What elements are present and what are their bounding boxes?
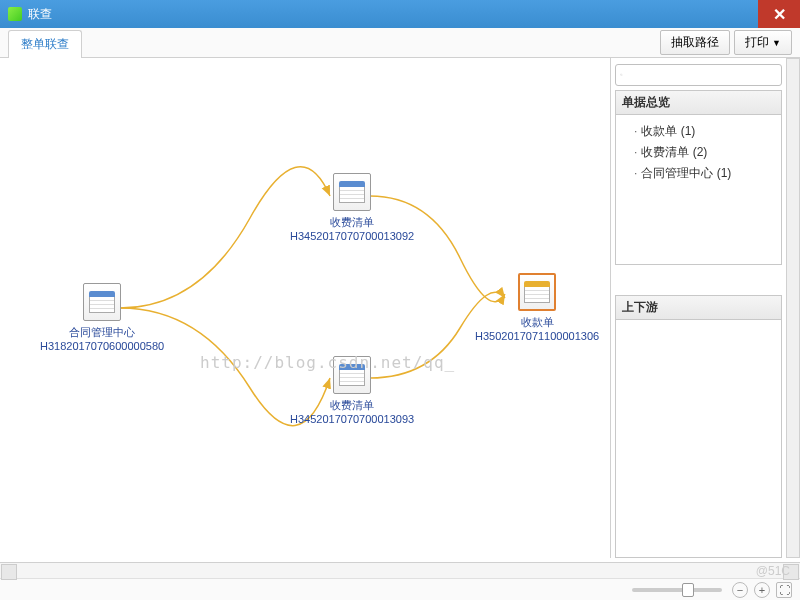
search-input[interactable] xyxy=(627,68,777,82)
document-icon xyxy=(333,173,371,211)
node-fee-list-1[interactable]: 收费清单 H3452017070700013092 xyxy=(290,173,414,243)
node-fee-list-2[interactable]: 收费清单 H3452017070700013093 xyxy=(290,356,414,426)
zoom-in-button[interactable]: + xyxy=(754,582,770,598)
overview-panel-header: 单据总览 xyxy=(615,90,782,115)
node-contract[interactable]: 合同管理中心 H3182017070600000580 xyxy=(40,283,164,353)
window-title: 联查 xyxy=(28,6,52,23)
side-panel: 单据总览 收款单 (1) 收费清单 (2) 合同管理中心 (1) 上下游 xyxy=(611,58,786,558)
vertical-scrollbar[interactable] xyxy=(786,58,800,558)
zoom-out-button[interactable]: − xyxy=(732,582,748,598)
document-icon xyxy=(518,273,556,311)
print-button[interactable]: 打印▼ xyxy=(734,30,792,55)
app-icon xyxy=(8,7,22,21)
updown-panel-header: 上下游 xyxy=(615,295,782,320)
search-input-wrap[interactable] xyxy=(615,64,782,86)
title-bar: 联查 ✕ xyxy=(0,0,800,28)
close-button[interactable]: ✕ xyxy=(758,0,800,28)
diagram-canvas[interactable]: 合同管理中心 H3182017070600000580 收费清单 H345201… xyxy=(0,58,611,558)
search-icon xyxy=(620,69,623,81)
fit-button[interactable]: ⛶ xyxy=(776,582,792,598)
zoom-slider[interactable] xyxy=(632,588,722,592)
node-receipt[interactable]: 收款单 H3502017071100001306 xyxy=(475,273,599,343)
tab-full-query[interactable]: 整单联查 xyxy=(8,30,82,58)
tree-item-contract[interactable]: 合同管理中心 (1) xyxy=(624,163,773,184)
corner-watermark: @51C xyxy=(756,564,790,578)
bottom-bar: − + ⛶ xyxy=(0,562,800,600)
updown-panel-body xyxy=(615,320,782,558)
horizontal-scrollbar[interactable] xyxy=(0,563,800,579)
svg-point-0 xyxy=(620,74,622,76)
document-icon xyxy=(333,356,371,394)
overview-panel-body: 收款单 (1) 收费清单 (2) 合同管理中心 (1) xyxy=(615,115,782,265)
extract-path-button[interactable]: 抽取路径 xyxy=(660,30,730,55)
svg-line-1 xyxy=(622,75,623,76)
tree-item-receipt[interactable]: 收款单 (1) xyxy=(624,121,773,142)
document-icon xyxy=(83,283,121,321)
toolbar: 整单联查 抽取路径 打印▼ xyxy=(0,28,800,58)
tree-item-fee[interactable]: 收费清单 (2) xyxy=(624,142,773,163)
